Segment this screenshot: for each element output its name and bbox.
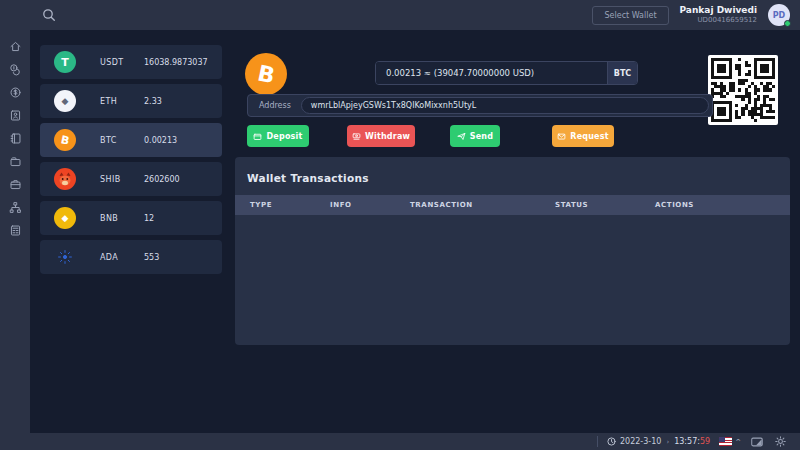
- top-bar: Select Wallet Pankaj Dwivedi UD004166595…: [0, 0, 800, 30]
- coin-symbol: BTC: [100, 136, 144, 145]
- topbar-right: Select Wallet Pankaj Dwivedi UD004166595…: [592, 4, 800, 26]
- sidebar-item-cash[interactable]: [7, 85, 23, 100]
- coin-row-shib[interactable]: SHIB 2602600: [40, 162, 222, 196]
- column-status: STATUS: [555, 201, 655, 209]
- contact-card-icon: [9, 109, 22, 122]
- amount-input[interactable]: 0.00213 ≈ (39047.70000000 USD): [376, 62, 607, 84]
- coin-balance: 12: [144, 214, 154, 223]
- amount-input-group: 0.00213 ≈ (39047.70000000 USD) BTC: [375, 61, 638, 85]
- sidebar-item-ledger[interactable]: [7, 131, 23, 146]
- avatar[interactable]: PD: [768, 4, 790, 26]
- status-seconds: 59: [700, 437, 710, 446]
- coin-balance: 0.00213: [144, 136, 177, 145]
- withdraw-label: Withdraw: [365, 132, 410, 141]
- column-info: INFO: [330, 201, 410, 209]
- shib-icon: [54, 168, 76, 190]
- coin-balance: 553: [144, 253, 159, 262]
- network-icon: [9, 201, 22, 214]
- sidebar-item-wallet[interactable]: [7, 154, 23, 169]
- coin-row-usdt[interactable]: T USDT 16038.9873037: [40, 45, 222, 79]
- transactions-panel: Wallet Transactions TYPE INFO TRANSACTIO…: [235, 157, 790, 345]
- briefcase-icon: [9, 178, 22, 191]
- chevron-right-icon: ›: [665, 438, 670, 446]
- coin-row-eth[interactable]: ◆ ETH 2.33: [40, 84, 222, 118]
- us-flag-icon: [719, 437, 732, 446]
- request-envelope-icon: [557, 132, 566, 141]
- online-status-dot: [784, 20, 791, 27]
- coin-row-ada[interactable]: ADA 553: [40, 240, 222, 274]
- coin-row-bnb[interactable]: ◆ BNB 12: [40, 201, 222, 235]
- status-time: 13:57:59: [674, 437, 710, 446]
- status-date: 2022-3-10: [620, 437, 661, 446]
- home-icon: [9, 40, 22, 53]
- coin-symbol: SHIB: [100, 175, 144, 184]
- coin-balance: 2.33: [144, 97, 162, 106]
- sidebar-item-coins[interactable]: [7, 62, 23, 77]
- coin-symbol: ADA: [100, 253, 144, 262]
- theme-toggle[interactable]: [773, 436, 787, 448]
- status-bar: 2022-3-10 › 13:57:59 ^: [0, 433, 800, 450]
- withdraw-button[interactable]: Withdraw: [347, 125, 415, 147]
- datetime-widget[interactable]: 2022-3-10 › 13:57:59: [597, 436, 710, 447]
- usdt-icon: T: [54, 51, 76, 73]
- sidebar-item-contacts[interactable]: [7, 108, 23, 123]
- user-menu[interactable]: Pankaj Dwivedi UD00416659512: [680, 5, 757, 25]
- address-input-group: Address wmrLblApjeyGSWs1Tx8QIKoMixxnh5Ut…: [247, 94, 713, 117]
- request-button[interactable]: Request: [552, 125, 614, 147]
- sidebar-item-briefcase[interactable]: [7, 177, 23, 192]
- qr-code: [708, 55, 778, 125]
- btc-large-icon: B: [245, 53, 287, 95]
- sidebar-item-network[interactable]: [7, 200, 23, 215]
- bnb-icon: ◆: [54, 207, 76, 229]
- sun-icon: [775, 436, 786, 447]
- sidebar-item-reports[interactable]: [7, 223, 23, 238]
- deposit-button[interactable]: Deposit: [247, 125, 309, 147]
- withdraw-cash-icon: [352, 132, 361, 141]
- btc-icon: B: [54, 129, 76, 151]
- clock-icon: [607, 437, 616, 446]
- user-id: UD00416659512: [680, 16, 757, 25]
- request-label: Request: [570, 132, 608, 141]
- transactions-table-body: [235, 215, 790, 345]
- avatar-initials: PD: [773, 11, 786, 20]
- deposit-wallet-icon: [253, 132, 262, 141]
- deposit-label: Deposit: [266, 132, 302, 141]
- language-selector[interactable]: ^: [719, 437, 741, 446]
- wallet-icon: [9, 155, 22, 168]
- send-button[interactable]: Send: [450, 125, 500, 147]
- user-name: Pankaj Dwivedi: [680, 5, 757, 16]
- coin-balance: 2602600: [144, 175, 180, 184]
- column-transaction: TRANSACTION: [410, 201, 555, 209]
- coin-symbol: ETH: [100, 97, 144, 106]
- coin-list: T USDT 16038.9873037 ◆ ETH 2.33 B BTC 0.…: [40, 45, 222, 279]
- ada-icon: [54, 246, 76, 268]
- send-plane-icon: [457, 132, 466, 141]
- coin-row-btc[interactable]: B BTC 0.00213: [40, 123, 222, 157]
- coin-symbol: USDT: [100, 58, 144, 67]
- coin-balance: 16038.9873037: [144, 58, 208, 67]
- address-input[interactable]: wmrLblApjeyGSWs1Tx8QIKoMixxnh5UtyL: [301, 97, 709, 114]
- address-label: Address: [248, 101, 301, 110]
- eth-icon: ◆: [54, 90, 76, 112]
- select-wallet-button[interactable]: Select Wallet: [592, 6, 668, 25]
- column-type: TYPE: [250, 201, 330, 209]
- ledger-icon: [9, 132, 22, 145]
- dollar-coin-icon: [9, 86, 22, 99]
- send-label: Send: [470, 132, 493, 141]
- reports-icon: [9, 224, 22, 237]
- search-icon[interactable]: [40, 6, 58, 24]
- coin-symbol: BNB: [100, 214, 144, 223]
- currency-addon: BTC: [607, 62, 637, 84]
- display-icon: [751, 437, 763, 447]
- transactions-table-header: TYPE INFO TRANSACTION STATUS ACTIONS: [235, 195, 790, 215]
- fullscreen-toggle[interactable]: [750, 436, 764, 448]
- transactions-title: Wallet Transactions: [235, 157, 790, 195]
- chevron-up-icon: ^: [735, 438, 741, 446]
- side-nav: [0, 30, 30, 433]
- coins-icon: [9, 63, 22, 76]
- column-actions: ACTIONS: [655, 201, 790, 209]
- sidebar-item-home[interactable]: [7, 39, 23, 54]
